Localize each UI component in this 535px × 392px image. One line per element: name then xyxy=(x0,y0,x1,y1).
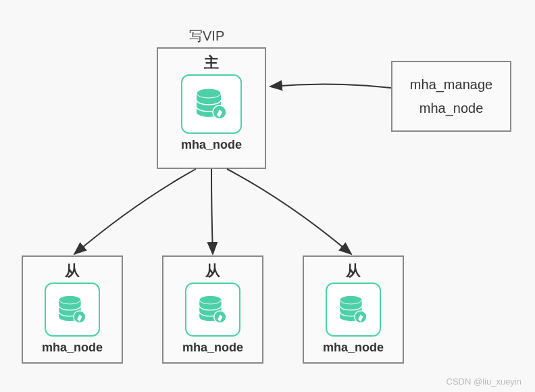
watermark: CSDN @liu_xueyin xyxy=(447,376,521,387)
master-node: 主 mha_node xyxy=(157,47,266,169)
master-label: mha_node xyxy=(181,138,242,152)
database-icon xyxy=(185,283,240,337)
slave-node-2: 从 mha_node xyxy=(162,255,263,364)
slave-label: mha_node xyxy=(323,341,384,355)
master-title: 主 xyxy=(204,53,219,73)
manager-line2: mha_node xyxy=(419,101,484,116)
slave-label: mha_node xyxy=(182,341,243,355)
database-icon xyxy=(326,283,381,337)
manager-node: mha_manage mha_node xyxy=(391,61,511,132)
database-icon xyxy=(181,74,242,134)
slave-title: 从 xyxy=(65,261,80,281)
slave-node-1: 从 mha_node xyxy=(22,255,123,364)
slave-title: 从 xyxy=(205,261,220,281)
slave-label: mha_node xyxy=(42,341,103,355)
vip-label: 写VIP xyxy=(189,27,224,45)
slave-title: 从 xyxy=(346,261,361,281)
manager-line1: mha_manage xyxy=(410,77,492,93)
database-icon xyxy=(45,283,100,337)
slave-node-3: 从 mha_node xyxy=(303,255,404,364)
